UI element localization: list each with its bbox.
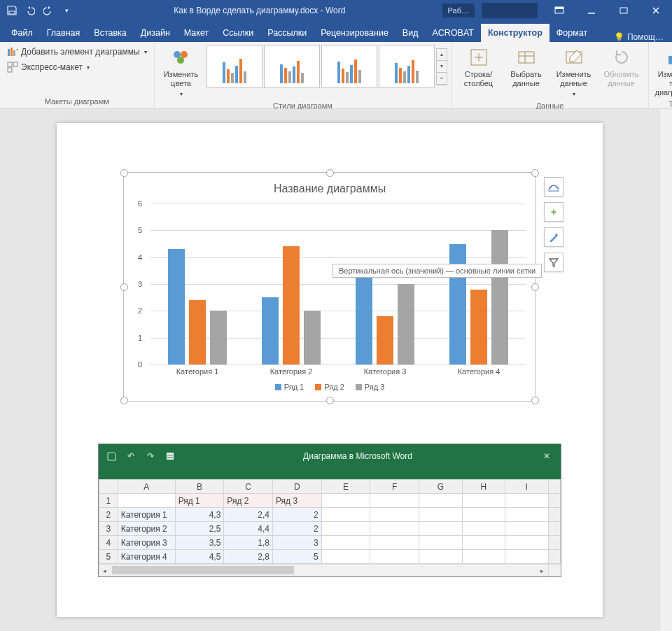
redo-icon[interactable] bbox=[42, 4, 55, 17]
cell[interactable] bbox=[505, 536, 548, 550]
resize-handle[interactable] bbox=[531, 169, 539, 177]
cell[interactable]: 2,4 bbox=[224, 508, 273, 522]
bar-series-1[interactable] bbox=[356, 271, 372, 364]
cell[interactable]: 4,4 bbox=[224, 522, 273, 536]
cell[interactable]: 4,5 bbox=[175, 550, 224, 564]
chart-title[interactable]: Название диаграммы bbox=[134, 183, 526, 195]
tab-chart-format[interactable]: Формат bbox=[550, 24, 594, 42]
resize-handle[interactable] bbox=[120, 169, 128, 177]
column-header[interactable]: I bbox=[505, 480, 548, 494]
maximize-icon[interactable] bbox=[608, 0, 640, 21]
column-header[interactable]: H bbox=[462, 480, 505, 494]
refresh-data-button[interactable]: Обновить данные bbox=[599, 45, 644, 90]
cell[interactable] bbox=[505, 508, 548, 522]
row-header[interactable]: 1 bbox=[99, 494, 118, 508]
column-header[interactable]: B bbox=[175, 480, 224, 494]
column-header[interactable]: D bbox=[273, 480, 322, 494]
column-header[interactable]: A bbox=[118, 480, 175, 494]
cell[interactable] bbox=[419, 522, 462, 536]
cell[interactable]: 3,5 bbox=[175, 536, 224, 550]
column-header[interactable]: G bbox=[419, 480, 462, 494]
cell[interactable] bbox=[462, 494, 505, 508]
bar-series-2[interactable] bbox=[470, 290, 487, 364]
excel-app-icon[interactable] bbox=[164, 451, 176, 462]
bar-series-2[interactable] bbox=[283, 246, 300, 364]
tab-review[interactable]: Рецензирование bbox=[314, 24, 396, 42]
cell[interactable] bbox=[419, 494, 462, 508]
column-header[interactable]: E bbox=[321, 480, 370, 494]
cell[interactable]: 2,8 bbox=[224, 550, 273, 564]
row-header[interactable]: 3 bbox=[99, 522, 118, 536]
cell[interactable]: 2 bbox=[273, 508, 322, 522]
cell[interactable] bbox=[505, 550, 548, 564]
column-header[interactable]: F bbox=[370, 480, 419, 494]
cell[interactable] bbox=[419, 508, 462, 522]
change-chart-type-button[interactable]: Изменить тип диаграммы bbox=[653, 45, 672, 99]
cell[interactable] bbox=[321, 550, 370, 564]
add-chart-element-button[interactable]: + Добавить элемент диаграммы▾ bbox=[4, 45, 150, 59]
cell[interactable] bbox=[370, 536, 419, 550]
excel-redo-icon[interactable]: ↷ bbox=[145, 451, 156, 462]
legend-item[interactable]: Ряд 1 bbox=[275, 383, 304, 391]
edit-data-button[interactable]: Изменить данные▾ bbox=[552, 45, 596, 100]
cell[interactable] bbox=[370, 508, 419, 522]
gallery-scroll[interactable]: ▴▾＝ bbox=[436, 48, 447, 85]
cell[interactable] bbox=[370, 494, 419, 508]
cell[interactable] bbox=[462, 522, 505, 536]
switch-row-column-button[interactable]: Строка/столбец bbox=[456, 45, 501, 90]
cell[interactable] bbox=[462, 508, 505, 522]
chart-legend[interactable]: Ряд 1Ряд 2Ряд 3 bbox=[134, 383, 526, 391]
resize-handle[interactable] bbox=[120, 283, 128, 291]
chart-filters-icon[interactable] bbox=[544, 253, 564, 272]
qat-more-icon[interactable]: ▾ bbox=[60, 4, 73, 17]
cell[interactable] bbox=[321, 494, 370, 508]
chart-elements-icon[interactable]: + bbox=[544, 202, 564, 222]
column-header[interactable]: C bbox=[224, 480, 273, 494]
tell-me[interactable]: 💡 Помощ… bbox=[606, 32, 672, 42]
cell[interactable]: Категория 2 bbox=[118, 522, 175, 536]
select-data-button[interactable]: Выбрать данные bbox=[504, 45, 549, 90]
bar-series-2[interactable] bbox=[377, 316, 393, 364]
bar-series-1[interactable] bbox=[168, 249, 185, 364]
undo-icon[interactable] bbox=[24, 4, 36, 17]
row-header[interactable]: 5 bbox=[99, 550, 118, 564]
ribbon-display-icon[interactable] bbox=[543, 0, 575, 21]
row-header[interactable]: 4 bbox=[99, 536, 118, 550]
excel-save-icon[interactable] bbox=[106, 451, 117, 462]
tab-chart-design[interactable]: Конструктор bbox=[481, 24, 550, 42]
tab-view[interactable]: Вид bbox=[396, 24, 426, 42]
bar-series-1[interactable] bbox=[262, 297, 279, 364]
cell[interactable]: Ряд 3 bbox=[273, 494, 322, 508]
chart-styles-gallery[interactable]: ▴▾＝ bbox=[206, 45, 447, 88]
resize-handle[interactable] bbox=[531, 283, 539, 291]
tab-home[interactable]: Главная bbox=[40, 24, 88, 42]
vertical-scrollbar[interactable] bbox=[659, 109, 672, 631]
bar-series-3[interactable] bbox=[491, 230, 508, 364]
save-icon[interactable] bbox=[6, 4, 18, 17]
tab-file[interactable]: Файл bbox=[4, 24, 40, 42]
cell[interactable] bbox=[505, 494, 548, 508]
cell[interactable]: 1,8 bbox=[224, 536, 273, 550]
tab-design[interactable]: Дизайн bbox=[134, 24, 177, 42]
cell[interactable]: Категория 1 bbox=[118, 508, 175, 522]
bar-series-1[interactable] bbox=[449, 244, 466, 365]
cell[interactable] bbox=[505, 522, 548, 536]
cell[interactable]: 2,5 bbox=[175, 522, 224, 536]
excel-undo-icon[interactable]: ↶ bbox=[125, 451, 136, 462]
tab-acrobat[interactable]: ACROBAT bbox=[425, 24, 481, 42]
chart-object[interactable]: + Название диаграммы Вертикальная ось (з… bbox=[123, 172, 536, 402]
chart-styles-icon[interactable] bbox=[544, 227, 564, 247]
bar-series-2[interactable] bbox=[189, 300, 206, 364]
cell[interactable]: Категория 4 bbox=[118, 550, 175, 564]
cell[interactable] bbox=[419, 550, 462, 564]
cell[interactable] bbox=[419, 536, 462, 550]
minimize-icon[interactable] bbox=[575, 0, 608, 21]
cell[interactable]: 5 bbox=[273, 550, 322, 564]
tab-layout[interactable]: Макет bbox=[177, 24, 216, 42]
excel-grid[interactable]: ABCDEFGHI1Ряд 1Ряд 2Ряд 32Категория 14,3… bbox=[99, 479, 561, 564]
change-colors-button[interactable]: Изменить цвета▾ bbox=[159, 45, 204, 100]
chart-plot-area[interactable]: Вертикальная ось (значений) — основные л… bbox=[150, 204, 526, 364]
bar-series-3[interactable] bbox=[304, 311, 321, 364]
legend-item[interactable]: Ряд 2 bbox=[315, 383, 344, 391]
cell[interactable]: 4,3 bbox=[175, 508, 224, 522]
